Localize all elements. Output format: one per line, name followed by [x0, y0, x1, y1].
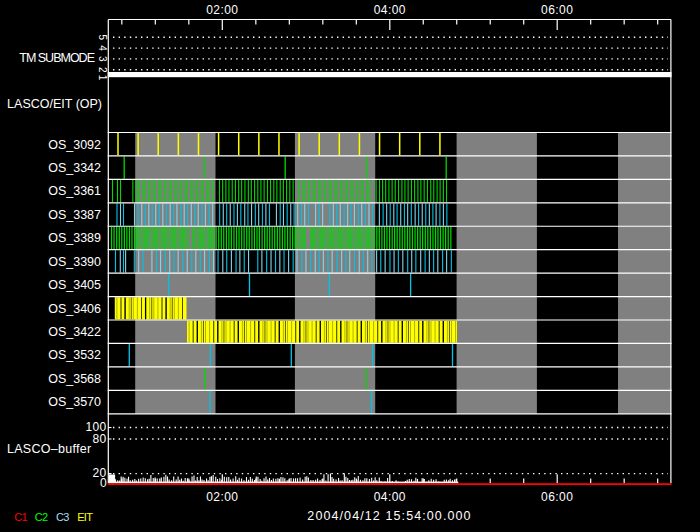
svg-text:2004/04/12 15:54:00.000: 2004/04/12 15:54:00.000 — [307, 509, 471, 523]
svg-text:OS_3422: OS_3422 — [48, 325, 101, 339]
svg-text:04:00: 04:00 — [374, 490, 406, 504]
svg-text:OS_3406: OS_3406 — [48, 302, 101, 316]
svg-text:0: 0 — [100, 476, 107, 490]
svg-text:OS_3387: OS_3387 — [48, 208, 101, 222]
svg-text:LASCO–buffer: LASCO–buffer — [7, 442, 92, 456]
svg-text:C2: C2 — [35, 511, 48, 523]
svg-text:TM SUBMODE: TM SUBMODE — [19, 51, 94, 65]
svg-text:5: 5 — [97, 35, 108, 41]
svg-text:OS_3568: OS_3568 — [48, 372, 101, 386]
svg-text:OS_3342: OS_3342 — [48, 161, 101, 175]
svg-text:OS_3570: OS_3570 — [48, 395, 101, 409]
svg-text:06:00: 06:00 — [541, 490, 573, 504]
svg-text:02:00: 02:00 — [206, 490, 238, 504]
svg-text:1: 1 — [97, 75, 108, 81]
svg-text:EIT: EIT — [77, 511, 93, 523]
svg-text:2: 2 — [97, 67, 108, 73]
svg-text:80: 80 — [92, 432, 106, 446]
svg-text:C3: C3 — [56, 511, 69, 523]
svg-text:LASCO/EIT (OP): LASCO/EIT (OP) — [7, 97, 102, 111]
svg-text:C1: C1 — [14, 511, 27, 523]
svg-text:OS_3405: OS_3405 — [48, 278, 101, 292]
svg-text:04:00: 04:00 — [374, 3, 406, 17]
svg-text:4: 4 — [97, 45, 108, 51]
svg-text:06:00: 06:00 — [541, 3, 573, 17]
svg-text:OS_3092: OS_3092 — [48, 138, 101, 152]
svg-text:02:00: 02:00 — [206, 3, 238, 17]
svg-text:OS_3361: OS_3361 — [48, 184, 101, 198]
svg-text:OS_3532: OS_3532 — [48, 348, 101, 362]
svg-text:OS_3389: OS_3389 — [48, 231, 101, 245]
svg-text:OS_3390: OS_3390 — [48, 255, 101, 269]
svg-text:3: 3 — [97, 56, 108, 62]
